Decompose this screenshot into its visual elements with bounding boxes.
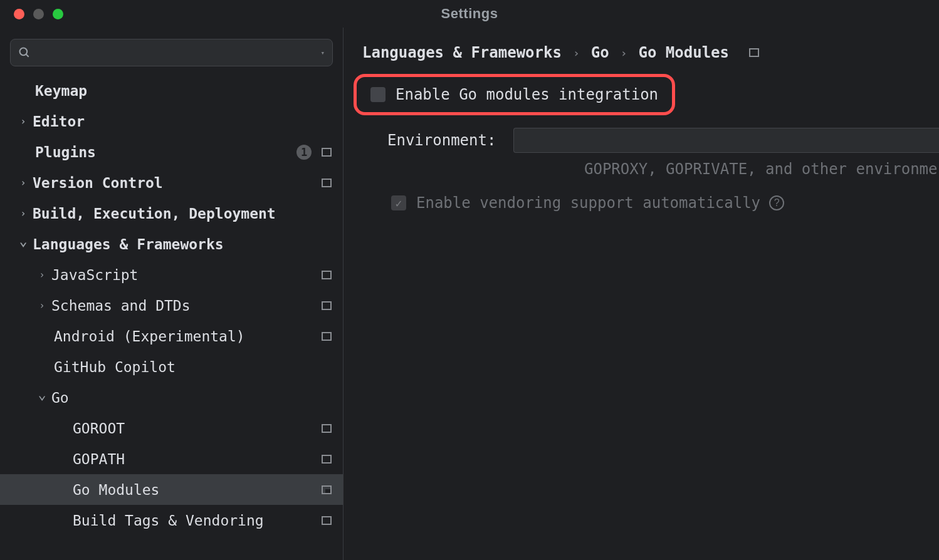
tree-item[interactable]: GOROOT — [0, 413, 343, 443]
chevron-down-icon[interactable]: ⌄ — [36, 386, 48, 402]
tree-item-label: GOPATH — [73, 451, 319, 467]
highlighted-option: Enable Go modules integration — [354, 74, 675, 115]
tree-item-label: Go Modules — [73, 482, 319, 498]
tree-item-label: JavaScript — [51, 267, 319, 283]
tree-item-label: GOROOT — [73, 420, 319, 437]
tree-item[interactable]: Go Modules — [0, 474, 343, 505]
scope-icon — [322, 332, 332, 341]
scope-icon — [322, 301, 332, 310]
environment-row: Environment: — [344, 122, 939, 157]
titlebar: Settings — [0, 0, 939, 28]
tree-item[interactable]: ⌄Go — [0, 382, 343, 413]
breadcrumb-part: Go Modules — [638, 44, 729, 61]
tree-item[interactable]: Build Tags & Vendoring — [0, 505, 343, 536]
vendoring-row: Enable vendoring support automatically ? — [344, 190, 939, 212]
tree-item-label: Plugins — [35, 144, 296, 160]
search-icon — [18, 46, 31, 59]
enable-vendoring-checkbox[interactable] — [391, 195, 406, 210]
breadcrumb: Languages & Frameworks › Go › Go Modules — [344, 28, 939, 73]
minimize-window-button[interactable] — [33, 9, 44, 19]
help-icon[interactable]: ? — [769, 195, 784, 210]
tree-item[interactable]: ›JavaScript — [0, 259, 343, 290]
tree-item[interactable]: ›Schemas and DTDs — [0, 290, 343, 321]
settings-tree: Keymap›EditorPlugins1›Version Control›Bu… — [0, 75, 343, 560]
settings-search-box[interactable]: ▾ — [10, 39, 333, 66]
chevron-right-icon[interactable]: › — [36, 300, 48, 311]
environment-input[interactable] — [513, 128, 939, 153]
chevron-right-icon[interactable]: › — [18, 208, 29, 219]
tree-item[interactable]: ⌄Languages & Frameworks — [0, 229, 343, 259]
enable-go-modules-checkbox[interactable] — [370, 87, 386, 102]
maximize-window-button[interactable] — [53, 9, 63, 19]
chevron-right-icon[interactable]: › — [36, 269, 48, 281]
chevron-right-icon: › — [573, 46, 580, 60]
tree-item[interactable]: GOPATH — [0, 443, 343, 474]
chevron-down-icon[interactable]: ⌄ — [18, 233, 29, 249]
chevron-right-icon[interactable]: › — [18, 116, 29, 127]
scope-icon — [322, 424, 332, 433]
enable-go-modules-label: Enable Go modules integration — [396, 86, 658, 103]
window-title: Settings — [441, 6, 498, 22]
tree-item[interactable]: Android (Experimental) — [0, 321, 343, 351]
scope-icon — [322, 516, 332, 525]
tree-item-label: Keymap — [35, 83, 335, 99]
svg-point-0 — [20, 48, 28, 56]
tree-item-label: Android (Experimental) — [54, 328, 319, 345]
scope-icon — [322, 271, 332, 279]
settings-content: Languages & Frameworks › Go › Go Modules… — [344, 28, 939, 560]
close-window-button[interactable] — [14, 9, 24, 19]
scope-icon — [322, 179, 332, 187]
chevron-right-icon[interactable]: › — [18, 177, 29, 189]
tree-item[interactable]: GitHub Copilot — [0, 351, 343, 382]
scope-icon — [322, 148, 332, 157]
svg-line-1 — [26, 54, 29, 57]
breadcrumb-part[interactable]: Go — [591, 44, 609, 61]
chevron-right-icon: › — [621, 46, 627, 60]
tree-item-label: Languages & Frameworks — [33, 236, 335, 252]
tree-item-label: Editor — [33, 113, 335, 130]
tree-item-label: GitHub Copilot — [54, 359, 335, 375]
settings-sidebar: ▾ Keymap›EditorPlugins1›Version Control›… — [0, 28, 344, 560]
scope-icon — [322, 455, 332, 464]
count-badge: 1 — [296, 145, 312, 160]
tree-item[interactable]: ›Build, Execution, Deployment — [0, 198, 343, 229]
tree-item-label: Go — [51, 390, 335, 406]
tree-item-label: Version Control — [33, 175, 319, 191]
tree-item[interactable]: ›Editor — [0, 106, 343, 137]
scope-icon — [322, 485, 332, 494]
scope-icon — [749, 48, 759, 57]
environment-label: Environment: — [387, 132, 496, 149]
breadcrumb-part[interactable]: Languages & Frameworks — [362, 44, 562, 61]
enable-vendoring-label: Enable vendoring support automatically — [416, 194, 760, 212]
tree-item[interactable]: Plugins1 — [0, 137, 343, 167]
tree-item-label: Build Tags & Vendoring — [73, 512, 319, 529]
search-input[interactable] — [34, 46, 320, 60]
search-dropdown-icon[interactable]: ▾ — [320, 49, 325, 57]
tree-item[interactable]: ›Version Control — [0, 167, 343, 198]
window-controls — [0, 9, 63, 19]
tree-item-label: Build, Execution, Deployment — [33, 205, 335, 222]
tree-item-label: Schemas and DTDs — [51, 298, 319, 314]
environment-hint: GOPROXY, GOPRIVATE, and other environme — [344, 157, 939, 190]
tree-item[interactable]: Keymap — [0, 75, 343, 106]
